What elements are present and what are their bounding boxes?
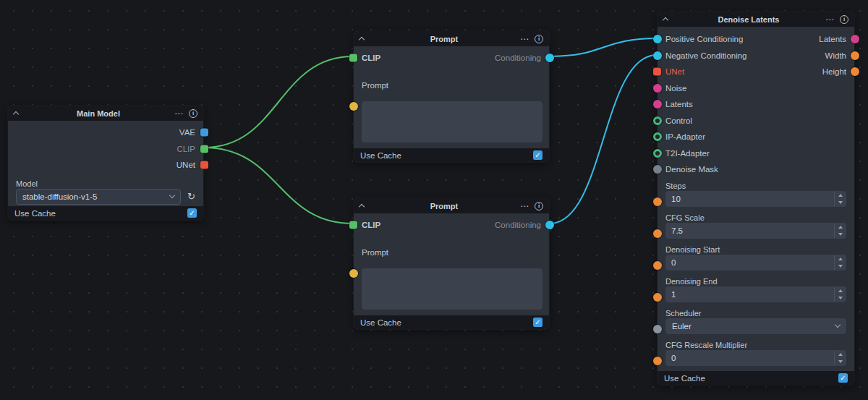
handle-positive-conditioning-input[interactable] bbox=[653, 35, 662, 43]
field-label-positive-conditioning: Positive Conditioning bbox=[665, 35, 743, 43]
model-select-value: stable-diffusion-v1-5 bbox=[22, 192, 97, 201]
field-label-conditioning: Conditioning bbox=[495, 54, 541, 62]
stepper-down-button[interactable] bbox=[835, 358, 846, 365]
handle-steps-input[interactable] bbox=[653, 197, 662, 206]
handle-negative-conditioning-input[interactable] bbox=[653, 51, 662, 60]
stepper-up-button[interactable] bbox=[835, 192, 846, 199]
node-header[interactable]: Denoise Latents ⋯ i bbox=[658, 12, 854, 27]
handle-control-input[interactable] bbox=[653, 116, 662, 125]
stepper-down-button[interactable] bbox=[835, 263, 846, 270]
denoising-start-input[interactable] bbox=[671, 258, 846, 267]
stepper-up-button[interactable] bbox=[835, 351, 846, 358]
field-label-conditioning: Conditioning bbox=[495, 221, 541, 229]
info-icon[interactable]: i bbox=[535, 202, 543, 210]
stepper-up-button[interactable] bbox=[835, 224, 846, 231]
field-group-steps: Steps bbox=[658, 178, 854, 210]
chevron-up-icon bbox=[359, 204, 365, 210]
handle-denoise-mask-input[interactable] bbox=[653, 165, 662, 174]
cfg-rescale-multiplier-input[interactable] bbox=[671, 354, 846, 362]
handle-denoising-start-input[interactable] bbox=[653, 261, 662, 270]
handle-clip-output[interactable] bbox=[200, 145, 208, 153]
prompt-textarea[interactable] bbox=[362, 268, 542, 310]
handle-clip-input[interactable] bbox=[349, 221, 357, 229]
connector-row-ip-adapter: IP-Adapter bbox=[658, 129, 854, 145]
handle-cfg-scale-input[interactable] bbox=[653, 229, 662, 238]
workflow-canvas[interactable]: Main Model ⋯ i VAE CLIP UNet Model bbox=[0, 0, 868, 400]
node-title: Main Model bbox=[30, 109, 167, 118]
handle-cfg-rescale-multiplier-input[interactable] bbox=[653, 357, 662, 365]
handle-latents-output[interactable] bbox=[851, 35, 859, 43]
collapse-node-button[interactable] bbox=[14, 110, 18, 116]
chevron-up-icon bbox=[838, 258, 843, 260]
collapse-node-button[interactable] bbox=[359, 203, 364, 209]
node-title: Prompt bbox=[375, 202, 513, 210]
info-icon[interactable]: i bbox=[840, 15, 848, 24]
stepper-up-button[interactable] bbox=[835, 287, 846, 294]
model-select[interactable]: stable-diffusion-v1-5 bbox=[16, 189, 181, 205]
field-label-vae: VAE bbox=[179, 128, 195, 137]
handle-prompt-string-input[interactable] bbox=[349, 102, 358, 111]
handle-noise-input[interactable] bbox=[653, 84, 662, 93]
connector-row-denoise-mask: Denoise Mask bbox=[658, 161, 854, 178]
handle-height-output[interactable] bbox=[851, 67, 859, 76]
node-menu-icon[interactable]: ⋯ bbox=[174, 110, 184, 117]
handle-t2i-adapter-input[interactable] bbox=[653, 149, 662, 158]
handle-scheduler-input[interactable] bbox=[653, 325, 662, 333]
denoising-end-input[interactable] bbox=[671, 290, 846, 299]
check-icon: ✓ bbox=[189, 210, 195, 217]
scheduler-select[interactable]: Euler bbox=[665, 318, 846, 334]
node-header[interactable]: Main Model ⋯ i bbox=[8, 106, 203, 121]
field-label-t2i-adapter: T2I-Adapter bbox=[665, 149, 710, 158]
chevron-up-icon bbox=[663, 17, 668, 23]
handle-unet-output[interactable] bbox=[200, 161, 208, 169]
handle-conditioning-output[interactable] bbox=[545, 221, 554, 229]
use-cache-checkbox[interactable]: ✓ bbox=[533, 150, 542, 160]
node-header[interactable]: Prompt ⋯ i bbox=[354, 31, 549, 46]
connector-row-positive-conditioning: Positive Conditioning Latents bbox=[658, 31, 854, 48]
edge-conditioning-to-positive[interactable] bbox=[550, 38, 657, 56]
field-label-denoise-mask: Denoise Mask bbox=[665, 165, 718, 174]
edge-clip-to-prompt-top[interactable] bbox=[204, 56, 353, 148]
node-header[interactable]: Prompt ⋯ i bbox=[354, 198, 549, 213]
chevron-down-icon bbox=[838, 265, 843, 268]
node-menu-icon[interactable]: ⋯ bbox=[825, 16, 835, 23]
handle-conditioning-output[interactable] bbox=[545, 54, 554, 62]
node-menu-icon[interactable]: ⋯ bbox=[520, 203, 529, 210]
handle-prompt-string-input[interactable] bbox=[349, 269, 358, 278]
cfg-scale-input[interactable] bbox=[671, 226, 846, 235]
stepper-down-button[interactable] bbox=[835, 199, 846, 206]
steps-input[interactable] bbox=[671, 195, 846, 203]
output-row-unet: UNet bbox=[8, 157, 203, 174]
cfg-rescale-multiplier-stepper bbox=[834, 351, 846, 365]
handle-denoising-end-input[interactable] bbox=[653, 293, 662, 302]
collapse-node-button[interactable] bbox=[359, 35, 364, 42]
handle-width-output[interactable] bbox=[851, 51, 859, 60]
prompt-field-label: Prompt bbox=[362, 245, 541, 260]
handle-latents-input[interactable] bbox=[653, 100, 662, 108]
prompt-textarea[interactable] bbox=[362, 101, 542, 142]
collapse-node-button[interactable] bbox=[663, 16, 668, 22]
chevron-down-icon bbox=[838, 297, 843, 299]
use-cache-checkbox[interactable]: ✓ bbox=[533, 318, 542, 327]
node-footer: Use Cache ✓ bbox=[354, 148, 549, 162]
use-cache-label: Use Cache bbox=[360, 151, 401, 160]
node-menu-icon[interactable]: ⋯ bbox=[520, 35, 529, 43]
handle-vae-output[interactable] bbox=[200, 129, 208, 137]
use-cache-checkbox[interactable]: ✓ bbox=[838, 373, 848, 383]
field-label-unet: UNet bbox=[176, 161, 195, 169]
use-cache-checkbox[interactable]: ✓ bbox=[187, 208, 197, 218]
field-group-scheduler: Scheduler Euler bbox=[658, 305, 854, 337]
refresh-models-icon[interactable]: ↻ bbox=[187, 192, 195, 201]
node-prompt-top: Prompt ⋯ i CLIP Conditioning Prompt Use … bbox=[353, 30, 550, 163]
edge-clip-to-prompt-bottom[interactable] bbox=[204, 148, 353, 224]
handle-clip-input[interactable] bbox=[349, 54, 357, 62]
handle-ip-adapter-input[interactable] bbox=[653, 132, 662, 141]
stepper-up-button[interactable] bbox=[835, 255, 846, 263]
handle-unet-input[interactable] bbox=[653, 68, 661, 76]
edge-conditioning-to-negative[interactable] bbox=[550, 55, 657, 224]
info-icon[interactable]: i bbox=[189, 109, 197, 118]
stepper-down-button[interactable] bbox=[835, 231, 846, 238]
denoising-end-label: Denoising End bbox=[665, 273, 846, 285]
info-icon[interactable]: i bbox=[535, 35, 543, 43]
stepper-down-button[interactable] bbox=[835, 294, 846, 302]
